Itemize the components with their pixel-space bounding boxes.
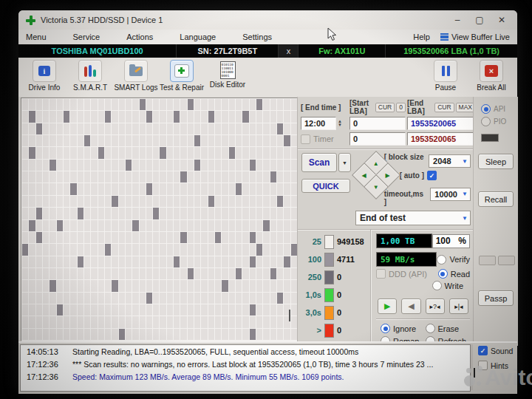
sleep-button[interactable]: Sleep xyxy=(478,154,514,169)
scan-block xyxy=(126,123,132,134)
scan-block xyxy=(146,232,152,243)
scan-block xyxy=(140,232,146,243)
scan-block xyxy=(29,304,35,316)
start-lba-zero-button[interactable]: 0 xyxy=(396,103,406,112)
end-lba-input-2[interactable]: 1953520065 xyxy=(407,132,475,146)
tiny-button-1[interactable] xyxy=(479,256,496,265)
scan-button[interactable]: Scan xyxy=(301,153,337,172)
scan-block xyxy=(229,111,235,122)
close-button[interactable]: ✕ xyxy=(492,13,511,27)
start-lba-input[interactable]: 0 xyxy=(349,117,406,130)
end-time-input[interactable]: 12:00 xyxy=(301,117,336,130)
ddd-api-checkbox[interactable]: DDD (API) xyxy=(376,269,427,279)
end-lba-cur-button[interactable]: CUR xyxy=(434,103,454,112)
menu-item-help[interactable]: Help xyxy=(413,33,430,41)
scan-block xyxy=(167,171,173,183)
action-ignore-radio[interactable]: Ignore xyxy=(381,324,424,333)
mode-read-radio[interactable]: Read xyxy=(438,269,470,279)
chevron-down-icon: ▼ xyxy=(462,158,468,165)
scan-block xyxy=(43,183,49,194)
quick-button[interactable]: QUICK xyxy=(301,179,350,193)
scan-block xyxy=(78,232,83,243)
mode-verify-radio[interactable]: Verify xyxy=(437,255,470,265)
scan-block xyxy=(250,196,256,207)
timeout-combo[interactable]: 10000▼ xyxy=(430,188,471,201)
log-box[interactable]: 14:05:13 Starting Reading, LBA=0..195352… xyxy=(20,344,471,392)
scan-block xyxy=(174,293,180,304)
end-time-spinner[interactable]: ▲▼ xyxy=(338,120,342,127)
menu-item-settings[interactable]: Settings xyxy=(242,33,272,41)
scan-block xyxy=(98,99,104,110)
scan-block xyxy=(70,256,76,267)
pause-icon xyxy=(442,66,450,76)
view-buffer-live[interactable]: View Buffer Live xyxy=(440,33,510,41)
scan-dropdown-button[interactable]: ▼ xyxy=(338,153,351,172)
scan-block xyxy=(153,160,159,171)
scan-block xyxy=(222,280,228,291)
scan-block xyxy=(105,123,111,134)
scan-block xyxy=(153,147,159,158)
scan-block xyxy=(57,280,63,291)
scan-block xyxy=(160,147,166,158)
auto-checkbox[interactable]: ✓ xyxy=(427,171,437,180)
scan-block xyxy=(29,111,35,122)
tiny-button-2[interactable] xyxy=(498,256,515,265)
pause-button[interactable]: Pause xyxy=(423,60,468,94)
menu-item-actions[interactable]: Actions xyxy=(126,33,153,41)
drive-info-button[interactable]: i Drive Info xyxy=(21,60,67,94)
api-radio[interactable]: API xyxy=(481,104,518,114)
scan-block xyxy=(105,183,111,194)
action-erase-radio[interactable]: Erase xyxy=(426,324,469,333)
scan-block xyxy=(263,256,269,267)
mode-write-radio[interactable]: Write xyxy=(432,281,463,290)
menu-item-language[interactable]: Language xyxy=(180,33,216,41)
scan-block xyxy=(215,256,221,267)
disk-editor-button[interactable]: 010110 110011 101000 0001 Disk Editor xyxy=(205,60,250,94)
passport-button[interactable]: Passp xyxy=(478,290,514,306)
scan-block xyxy=(105,316,111,327)
scan-block xyxy=(98,160,104,171)
scrollbar-thumb[interactable] xyxy=(289,310,290,321)
scan-block xyxy=(29,183,35,194)
back-button[interactable]: ◀ xyxy=(401,299,420,314)
maximize-button[interactable]: ▢ xyxy=(470,13,489,27)
sound-checkbox[interactable]: ✓ Sound xyxy=(478,346,516,355)
scan-block xyxy=(132,111,138,122)
smart-logs-button[interactable]: SMART Logs xyxy=(113,60,159,94)
scan-block xyxy=(78,293,83,304)
seek-test-button[interactable]: ▸?◂ xyxy=(426,299,445,314)
scan-block xyxy=(78,147,83,158)
play-button[interactable]: ▶ xyxy=(378,299,397,314)
scan-block xyxy=(256,147,262,158)
scan-block xyxy=(153,196,159,207)
pio-radio[interactable]: PIO xyxy=(481,117,518,126)
menu-item-menu[interactable]: Menu xyxy=(26,33,47,41)
scan-block xyxy=(208,196,214,207)
scan-block xyxy=(78,183,83,194)
device-x-button[interactable]: x xyxy=(279,44,299,58)
timer-checkbox[interactable] xyxy=(301,134,310,144)
scan-block xyxy=(180,171,186,183)
start-lba-cur-button[interactable]: CUR xyxy=(375,103,395,112)
scan-block xyxy=(250,171,256,183)
break-all-button[interactable]: × Break All xyxy=(468,60,514,94)
end-of-test-combo[interactable]: End of test▼ xyxy=(355,211,471,225)
minimize-button[interactable]: – xyxy=(448,13,467,27)
butterfly-button[interactable]: ▸|◂ xyxy=(449,299,468,314)
test-repair-button[interactable]: Test & Repair xyxy=(159,60,205,94)
scan-block xyxy=(91,196,97,207)
scan-block xyxy=(208,316,214,327)
smart-button[interactable]: S.M.A.R.T xyxy=(67,60,113,94)
recall-button[interactable]: Recall xyxy=(478,191,514,207)
scan-block xyxy=(57,244,63,255)
scan-block xyxy=(70,280,76,291)
end-lba-input[interactable]: 1953520065 xyxy=(407,117,475,130)
scan-block xyxy=(263,280,269,291)
scan-block xyxy=(236,304,242,316)
block-size-combo[interactable]: 2048▼ xyxy=(429,154,471,168)
scan-block xyxy=(215,160,221,171)
scan-block xyxy=(36,268,42,279)
scan-block xyxy=(277,256,283,267)
start-lba-input-2[interactable]: 0 xyxy=(349,132,406,146)
menu-item-service[interactable]: Service xyxy=(73,33,100,41)
